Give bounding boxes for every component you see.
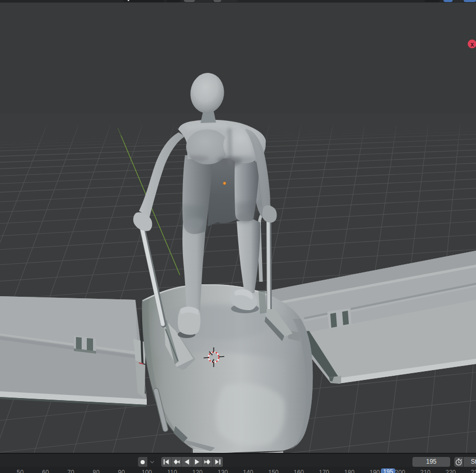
svg-text:x: x: [470, 41, 474, 48]
